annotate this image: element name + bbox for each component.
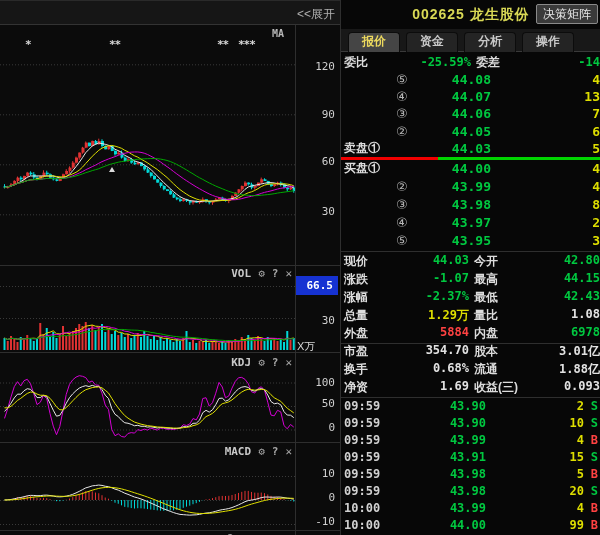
price-cell: 43.95 (431, 232, 491, 250)
tick-volume: 10 (532, 416, 584, 430)
tab-0[interactable]: 报价 (348, 32, 400, 52)
bid-row[interactable]: ②43.994 (341, 178, 600, 196)
bid-row[interactable]: ⑤43.953 (341, 232, 600, 250)
bid-row[interactable]: ④43.972 (341, 214, 600, 232)
price-axis-tick: 120 (293, 60, 335, 73)
info-row: 外盘5884内盘6978 (341, 325, 600, 343)
volume-cell: 3 (545, 232, 600, 250)
tab-2[interactable]: 分析 (464, 32, 516, 52)
macd-axis-tick: 10 (293, 467, 335, 480)
info-label: 换手 (344, 361, 368, 378)
tab-1[interactable]: 资金 (406, 32, 458, 52)
close-icon[interactable]: ✕ (285, 356, 292, 369)
price-cell: 44.05 (431, 123, 491, 140)
info-label: 最低 (474, 289, 498, 306)
bid-row[interactable]: 买盘①44.004 (341, 160, 600, 178)
tick-volume: 4 (532, 433, 584, 447)
quote-header: 002625 龙生股份 决策矩阵 (341, 0, 600, 28)
ask-row[interactable]: ⑤44.084 (341, 71, 600, 88)
info-value: -2.37% (381, 289, 469, 303)
ask-row[interactable]: ③44.067 (341, 105, 600, 122)
tick-side: B (586, 518, 598, 532)
tab-3[interactable]: 操作 (522, 32, 574, 52)
weibi-row: 委比 -25.59% 委差 -14 (341, 54, 600, 71)
help-icon[interactable]: ? (272, 356, 279, 369)
weibi-label: 委比 (344, 54, 368, 71)
level-cell: ④ (396, 214, 408, 232)
ask-row[interactable]: 卖盘①44.035 (341, 140, 600, 157)
tick-row[interactable]: 09:5943.994B (341, 433, 600, 450)
tick-row[interactable]: 09:5943.9010S (341, 416, 600, 433)
volume-cell: 4 (545, 160, 600, 178)
level-cell: ③ (396, 105, 408, 122)
expand-toggle[interactable]: <<展开 (297, 6, 335, 23)
gear-icon[interactable]: ⚙ (258, 267, 265, 280)
tick-row[interactable]: 09:5943.902S (341, 399, 600, 416)
tick-price: 43.90 (429, 416, 486, 430)
volume-cell: 6 (545, 123, 600, 140)
info-value: 1.08 (528, 307, 600, 321)
info-label: 流通 (474, 361, 498, 378)
price-cell: 44.06 (431, 105, 491, 122)
tick-side: S (586, 450, 598, 464)
panel-divider (0, 530, 340, 531)
tick-time: 09:59 (344, 467, 380, 481)
bid-row[interactable]: ③43.988 (341, 196, 600, 214)
info-label: 最高 (474, 271, 498, 288)
stock-info-grid: 现价44.03今开42.80涨跌-1.07最高44.15涨幅-2.37%最低42… (341, 253, 600, 397)
ask-book: ⑤44.084④44.0713③44.067②44.056卖盘①44.035 (341, 71, 600, 157)
kdj-axis-tick: 50 (293, 397, 335, 410)
tick-price: 43.99 (429, 501, 486, 515)
tick-side: S (586, 484, 598, 498)
event-marker: *** (238, 38, 255, 51)
help-icon[interactable]: ? (272, 267, 279, 280)
weicha-value: -14 (540, 54, 600, 71)
close-icon[interactable]: ✕ (285, 267, 292, 280)
stock-name: 龙生股份 (470, 6, 530, 22)
weibi-value: -25.59% (389, 54, 471, 71)
price-cell: 44.03 (431, 140, 491, 157)
quote-tabs: 报价资金分析操作 (341, 29, 600, 52)
section-divider (341, 397, 600, 398)
info-label: 收益(三) (474, 379, 518, 396)
gear-icon[interactable]: ⚙ (258, 356, 265, 369)
info-row: 涨跌-1.07最高44.15 (341, 271, 600, 289)
help-icon[interactable]: ? (272, 445, 279, 458)
tick-row[interactable]: 10:0043.994B (341, 501, 600, 518)
tick-time: 09:59 (344, 484, 380, 498)
tick-price: 43.99 (429, 433, 486, 447)
tick-row[interactable]: 10:0044.0099B (341, 518, 600, 535)
info-label: 量比 (474, 307, 498, 324)
volume-cell: 13 (545, 88, 600, 105)
kdj-axis-tick: 0 (293, 421, 335, 434)
info-value: 0.093 (528, 379, 600, 393)
tick-time: 10:00 (344, 501, 380, 515)
tick-row[interactable]: 09:5943.9820S (341, 484, 600, 501)
tick-side: B (586, 433, 598, 447)
gear-icon[interactable]: ⚙ (258, 445, 265, 458)
tick-time: 09:59 (344, 450, 380, 464)
macd-panel-title: MACD (225, 445, 252, 458)
price-cell: 44.08 (431, 71, 491, 88)
event-marker: * (25, 38, 31, 51)
info-value: 1.29万 (381, 307, 469, 324)
volume-cell: 7 (545, 105, 600, 122)
ask-row[interactable]: ④44.0713 (341, 88, 600, 105)
ask-row[interactable]: ②44.056 (341, 123, 600, 140)
tick-price: 43.98 (429, 484, 486, 498)
event-marker: ** (109, 38, 120, 51)
tick-side: B (586, 501, 598, 515)
decision-matrix-button[interactable]: 决策矩阵 (536, 4, 598, 24)
quote-panel: 002625 龙生股份 决策矩阵 报价资金分析操作 委比 -25.59% 委差 … (340, 0, 600, 535)
chart-region: <<展开 MA ******** 120 90 60 30 VOL⚙?✕ 66.… (0, 0, 340, 535)
tick-row[interactable]: 09:5943.9115S (341, 450, 600, 467)
info-label: 总量 (344, 307, 368, 324)
info-value: 42.80 (528, 253, 600, 267)
macd-axis-tick: 0 (293, 491, 335, 504)
info-value: 44.03 (381, 253, 469, 267)
info-label: 内盘 (474, 325, 498, 342)
tick-row[interactable]: 09:5943.985B (341, 467, 600, 484)
close-icon[interactable]: ✕ (285, 445, 292, 458)
crosshair-value-badge: 66.5 (296, 276, 338, 295)
vol-axis-tick: 30 (293, 314, 335, 327)
